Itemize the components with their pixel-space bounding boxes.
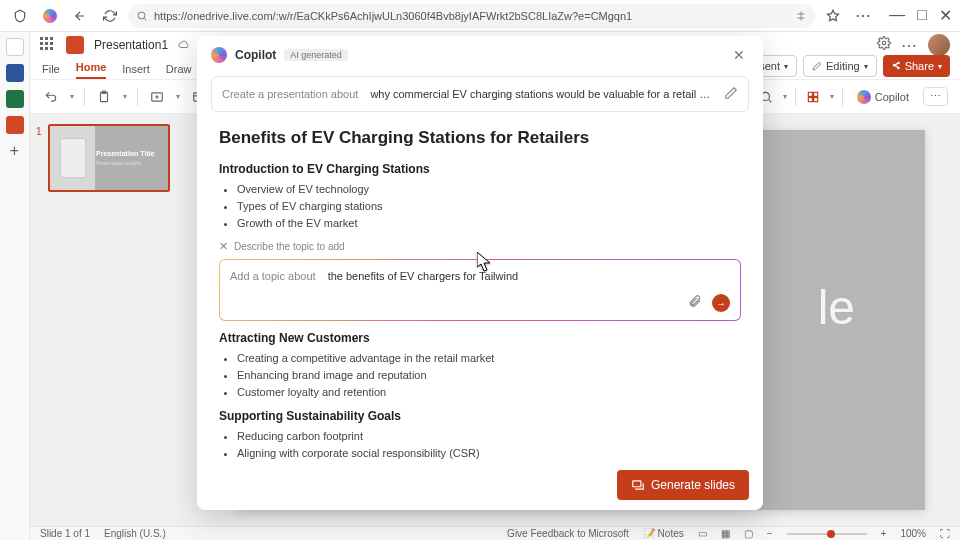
svg-rect-10 [813,92,817,96]
section-heading: Supporting Sustainability Goals [219,409,741,423]
close-window-icon[interactable]: ✕ [939,6,952,25]
refresh-icon[interactable] [98,4,122,28]
list-item: Reducing carbon footprint [237,428,741,445]
svg-rect-11 [808,97,812,101]
translate-icon[interactable] [795,10,807,22]
prompt-box[interactable]: Create a presentation about why commerci… [211,76,749,112]
list-item: Overview of EV technology [237,181,741,198]
copilot-footer: Generate slides [197,460,763,510]
thumbnail-index: 1 [36,126,42,137]
copilot-browser-icon[interactable] [38,4,62,28]
status-feedback[interactable]: Give Feedback to Microsoft [507,528,629,539]
section-heading: Introduction to EV Charging Stations [219,162,741,176]
prompt-value: why commercial EV charging stations woul… [370,88,712,100]
url-input[interactable] [154,10,789,22]
section-heading: Attracting New Customers [219,331,741,345]
thumbnail-subtitle: Presentation subtitle [96,160,141,166]
editing-mode-button[interactable]: Editing▾ [803,55,877,77]
view-reading-icon[interactable]: ▢ [744,528,753,539]
slide-title-fragment: le [818,280,855,335]
copilot-logo-icon [211,47,227,63]
designer-icon[interactable] [804,88,822,106]
add-topic-box[interactable]: Add a topic about the benefits of EV cha… [219,259,741,321]
svg-rect-12 [813,97,817,101]
browser-toolbar: ⋯ — □ ✕ [0,0,960,32]
zoom-slider[interactable] [787,533,867,535]
edit-prompt-icon[interactable] [724,86,738,102]
fit-to-window-icon[interactable]: ⛶ [940,528,950,539]
shield-icon[interactable] [8,4,32,28]
favorite-icon[interactable] [821,4,845,28]
svg-rect-9 [808,92,812,96]
back-icon[interactable] [68,4,92,28]
status-language[interactable]: English (U.S.) [104,528,166,539]
section-list: Creating a competitive advantage in the … [237,350,741,401]
url-bar[interactable] [128,4,815,28]
outline-title: Benefits of EV Charging Stations for Ret… [219,128,741,148]
generate-icon [631,478,645,492]
svg-point-0 [138,12,145,19]
browser-more-icon[interactable]: ⋯ [851,4,875,28]
copilot-title: Copilot [235,48,276,62]
tab-home[interactable]: Home [76,61,107,79]
rail-powerpoint-icon[interactable] [6,116,24,134]
list-item: Customer loyalty and retention [237,384,741,401]
topic-describe-label: Describe the topic to add [234,241,345,252]
app-more-icon[interactable]: ⋯ [901,36,918,55]
document-name[interactable]: Presentation1 [94,38,168,52]
status-bar: Slide 1 of 1 English (U.S.) Give Feedbac… [30,526,960,540]
list-item: Growth of the EV market [237,215,741,232]
topic-describe-row[interactable]: ✕ Describe the topic to add [219,240,741,253]
rail-tab-icon[interactable] [6,38,24,56]
zoom-in-icon[interactable]: + [881,528,887,539]
attach-icon[interactable] [688,294,702,312]
toolbar-more-icon[interactable]: ⋯ [923,87,948,106]
list-item: Creating a competitive advantage in the … [237,350,741,367]
view-sorter-icon[interactable]: ▦ [721,528,730,539]
view-normal-icon[interactable]: ▭ [698,528,707,539]
copilot-header: Copilot AI generated ✕ [197,36,763,74]
topic-input[interactable]: the benefits of EV chargers for Tailwind [328,270,519,282]
prompt-label: Create a presentation about [222,88,358,100]
search-icon [136,10,148,22]
minimize-icon[interactable]: — [889,6,905,25]
paste-icon[interactable] [95,88,113,106]
ai-badge: AI generated [284,49,348,61]
share-button[interactable]: Share▾ [883,55,950,77]
rail-word-icon[interactable] [6,64,24,82]
window-controls: — □ ✕ [889,6,952,25]
status-slide-count: Slide 1 of 1 [40,528,90,539]
topic-label: Add a topic about [230,270,316,282]
undo-icon[interactable] [42,88,60,106]
section-list: Overview of EV technology Types of EV ch… [237,181,741,232]
send-topic-button[interactable]: → [712,294,730,312]
rail-add-icon[interactable]: + [6,142,24,160]
new-slide-icon[interactable] [148,88,166,106]
dismiss-topic-icon[interactable]: ✕ [219,240,228,253]
zoom-level[interactable]: 100% [900,528,926,539]
gear-icon[interactable] [877,36,891,54]
cloud-sync-icon [178,39,190,51]
list-item: Enhancing brand image and reputation [237,367,741,384]
slide-thumbnail[interactable]: 1 Presentation Title Presentation subtit… [38,124,192,192]
tab-insert[interactable]: Insert [122,63,150,79]
tab-draw[interactable]: Draw [166,63,192,79]
app-side-rail: + [0,32,30,540]
user-avatar[interactable] [928,34,950,56]
list-item: Aligning with corporate social responsib… [237,445,741,460]
app-launcher-icon[interactable] [40,37,56,53]
status-notes[interactable]: 📝 Notes [643,528,684,539]
generate-slides-button[interactable]: Generate slides [617,470,749,500]
tab-file[interactable]: File [42,63,60,79]
copilot-toolbar-button[interactable]: Copilot [851,88,915,106]
rail-excel-icon[interactable] [6,90,24,108]
svg-rect-13 [633,481,641,487]
zoom-out-icon[interactable]: − [767,528,773,539]
close-icon[interactable]: ✕ [729,47,749,63]
list-item: Types of EV charging stations [237,198,741,215]
maximize-icon[interactable]: □ [917,6,927,25]
section-list: Reducing carbon footprint Aligning with … [237,428,741,460]
outline-body: Benefits of EV Charging Stations for Ret… [197,122,763,460]
thumbnail-title: Presentation Title [96,150,155,157]
svg-point-1 [882,41,886,45]
